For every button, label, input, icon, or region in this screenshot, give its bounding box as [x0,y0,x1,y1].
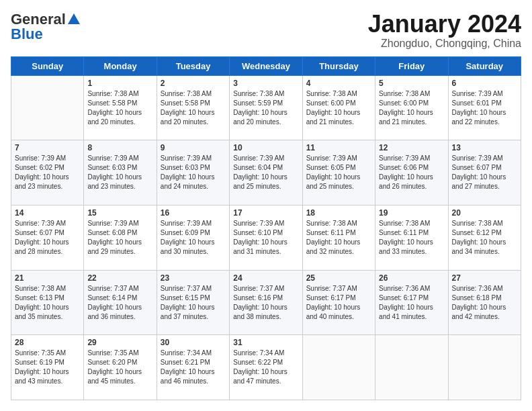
day-number: 24 [233,273,298,283]
calendar-cell: 2Sunrise: 7:38 AM Sunset: 5:58 PM Daylig… [157,75,229,140]
day-info: Sunrise: 7:37 AM Sunset: 6:14 PM Dayligh… [87,284,152,322]
calendar-cell: 12Sunrise: 7:39 AM Sunset: 6:06 PM Dayli… [375,140,448,205]
day-number: 6 [452,79,517,88]
day-number: 2 [161,79,226,88]
weekday-header: Monday [84,56,157,75]
day-number: 1 [87,79,152,88]
day-number: 29 [87,338,152,347]
day-number: 8 [87,143,152,152]
weekday-header: Friday [375,56,448,75]
calendar-cell: 22Sunrise: 7:37 AM Sunset: 6:14 PM Dayli… [84,270,157,335]
calendar-header-row: SundayMondayTuesdayWednesdayThursdayFrid… [11,56,521,75]
day-number: 26 [379,273,444,283]
day-number: 25 [306,273,371,283]
calendar-cell [11,75,84,140]
day-number: 21 [15,273,80,283]
day-number: 12 [379,143,444,152]
logo: General Blue [11,11,82,43]
day-number: 17 [233,208,298,218]
day-info: Sunrise: 7:39 AM Sunset: 6:08 PM Dayligh… [87,219,152,257]
weekday-header: Wednesday [230,56,302,75]
calendar-cell: 11Sunrise: 7:39 AM Sunset: 6:05 PM Dayli… [302,140,375,205]
calendar-week-row: 28Sunrise: 7:35 AM Sunset: 6:19 PM Dayli… [11,335,521,400]
day-info: Sunrise: 7:39 AM Sunset: 6:01 PM Dayligh… [452,89,517,127]
day-number: 10 [233,143,298,152]
day-number: 31 [233,338,298,347]
calendar-cell: 18Sunrise: 7:38 AM Sunset: 6:11 PM Dayli… [302,205,375,270]
day-info: Sunrise: 7:38 AM Sunset: 6:11 PM Dayligh… [306,219,371,257]
day-info: Sunrise: 7:38 AM Sunset: 6:00 PM Dayligh… [379,89,444,127]
calendar-cell: 8Sunrise: 7:39 AM Sunset: 6:03 PM Daylig… [84,140,157,205]
logo-blue: Blue [11,26,43,43]
day-info: Sunrise: 7:39 AM Sunset: 6:02 PM Dayligh… [15,154,80,191]
weekday-header: Sunday [11,56,84,75]
calendar-cell: 6Sunrise: 7:39 AM Sunset: 6:01 PM Daylig… [448,75,521,140]
day-info: Sunrise: 7:38 AM Sunset: 6:00 PM Dayligh… [306,89,371,127]
day-number: 4 [306,79,371,88]
weekday-header: Tuesday [157,56,229,75]
day-info: Sunrise: 7:35 AM Sunset: 6:20 PM Dayligh… [87,349,152,386]
calendar-cell: 28Sunrise: 7:35 AM Sunset: 6:19 PM Dayli… [11,335,84,400]
calendar-week-row: 14Sunrise: 7:39 AM Sunset: 6:07 PM Dayli… [11,205,521,270]
calendar-cell: 16Sunrise: 7:39 AM Sunset: 6:09 PM Dayli… [157,205,229,270]
day-info: Sunrise: 7:37 AM Sunset: 6:17 PM Dayligh… [306,284,371,322]
calendar-week-row: 1Sunrise: 7:38 AM Sunset: 5:58 PM Daylig… [11,75,521,140]
month-title: January 2024 [368,11,521,38]
day-info: Sunrise: 7:39 AM Sunset: 6:09 PM Dayligh… [161,219,226,257]
day-info: Sunrise: 7:38 AM Sunset: 5:58 PM Dayligh… [87,89,152,127]
day-number: 11 [306,143,371,152]
calendar-cell: 19Sunrise: 7:38 AM Sunset: 6:11 PM Dayli… [375,205,448,270]
calendar-week-row: 21Sunrise: 7:38 AM Sunset: 6:13 PM Dayli… [11,270,521,335]
day-number: 22 [87,273,152,283]
day-number: 18 [306,208,371,218]
day-info: Sunrise: 7:37 AM Sunset: 6:15 PM Dayligh… [161,284,226,322]
calendar-cell: 30Sunrise: 7:34 AM Sunset: 6:21 PM Dayli… [157,335,229,400]
day-number: 13 [452,143,517,152]
location: Zhongduo, Chongqing, China [368,38,521,50]
day-info: Sunrise: 7:39 AM Sunset: 6:06 PM Dayligh… [379,154,444,191]
day-info: Sunrise: 7:39 AM Sunset: 6:10 PM Dayligh… [233,219,298,257]
day-info: Sunrise: 7:38 AM Sunset: 5:58 PM Dayligh… [161,89,226,127]
day-number: 20 [452,208,517,218]
day-number: 3 [233,79,298,88]
day-number: 28 [15,338,80,347]
calendar-cell: 13Sunrise: 7:39 AM Sunset: 6:07 PM Dayli… [448,140,521,205]
calendar-cell: 10Sunrise: 7:39 AM Sunset: 6:04 PM Dayli… [230,140,302,205]
calendar-cell: 5Sunrise: 7:38 AM Sunset: 6:00 PM Daylig… [375,75,448,140]
day-info: Sunrise: 7:38 AM Sunset: 5:59 PM Dayligh… [233,89,298,127]
day-info: Sunrise: 7:37 AM Sunset: 6:16 PM Dayligh… [233,284,298,322]
title-block: January 2024 Zhongduo, Chongqing, China [368,11,521,50]
day-info: Sunrise: 7:38 AM Sunset: 6:11 PM Dayligh… [379,219,444,257]
calendar-cell: 25Sunrise: 7:37 AM Sunset: 6:17 PM Dayli… [302,270,375,335]
calendar-cell: 21Sunrise: 7:38 AM Sunset: 6:13 PM Dayli… [11,270,84,335]
calendar-cell [302,335,375,400]
page: General Blue January 2024 Zhongduo, Chon… [0,0,532,411]
day-number: 7 [15,143,80,152]
weekday-header: Thursday [302,56,375,75]
day-info: Sunrise: 7:36 AM Sunset: 6:18 PM Dayligh… [452,284,517,322]
calendar-cell: 24Sunrise: 7:37 AM Sunset: 6:16 PM Dayli… [230,270,302,335]
calendar-cell: 9Sunrise: 7:39 AM Sunset: 6:03 PM Daylig… [157,140,229,205]
calendar-cell [448,335,521,400]
day-number: 30 [161,338,226,347]
day-info: Sunrise: 7:39 AM Sunset: 6:03 PM Dayligh… [161,154,226,191]
logo-icon [66,12,81,27]
calendar-cell: 31Sunrise: 7:34 AM Sunset: 6:22 PM Dayli… [230,335,302,400]
calendar-cell: 29Sunrise: 7:35 AM Sunset: 6:20 PM Dayli… [84,335,157,400]
day-number: 23 [161,273,226,283]
calendar-cell: 1Sunrise: 7:38 AM Sunset: 5:58 PM Daylig… [84,75,157,140]
calendar-cell: 20Sunrise: 7:38 AM Sunset: 6:12 PM Dayli… [448,205,521,270]
day-number: 15 [87,208,152,218]
day-number: 16 [161,208,226,218]
day-info: Sunrise: 7:39 AM Sunset: 6:07 PM Dayligh… [452,154,517,191]
day-info: Sunrise: 7:39 AM Sunset: 6:03 PM Dayligh… [87,154,152,191]
calendar-cell: 17Sunrise: 7:39 AM Sunset: 6:10 PM Dayli… [230,205,302,270]
day-info: Sunrise: 7:34 AM Sunset: 6:22 PM Dayligh… [233,349,298,386]
day-number: 19 [379,208,444,218]
calendar-cell: 23Sunrise: 7:37 AM Sunset: 6:15 PM Dayli… [157,270,229,335]
calendar-cell: 7Sunrise: 7:39 AM Sunset: 6:02 PM Daylig… [11,140,84,205]
day-number: 14 [15,208,80,218]
day-info: Sunrise: 7:39 AM Sunset: 6:05 PM Dayligh… [306,154,371,191]
day-info: Sunrise: 7:39 AM Sunset: 6:04 PM Dayligh… [233,154,298,191]
day-info: Sunrise: 7:38 AM Sunset: 6:13 PM Dayligh… [15,284,80,322]
